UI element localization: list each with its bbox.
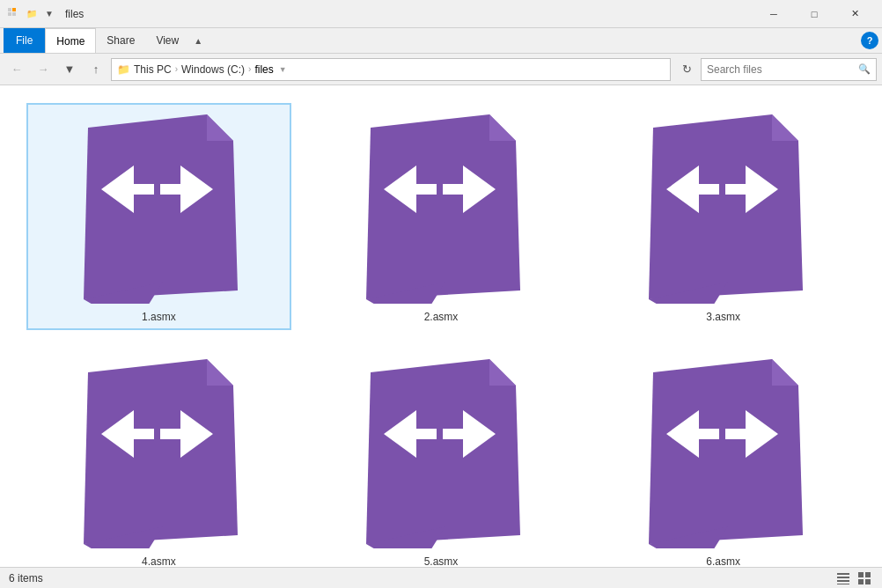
window-title: files — [65, 8, 84, 20]
system-icon — [7, 7, 21, 21]
svg-rect-35 — [837, 577, 849, 578]
minimize-button[interactable]: ─ — [753, 0, 794, 28]
content-area: 1.asmx2.asmx3.asmx4.asmx5.asmx6.asmx — [0, 85, 882, 567]
file-icon — [344, 355, 538, 548]
svg-marker-20 — [207, 359, 233, 386]
file-item[interactable]: 2.asmx — [309, 103, 574, 330]
status-bar: 6 items — [0, 567, 882, 588]
file-icon — [344, 110, 538, 304]
svg-marker-29 — [649, 359, 803, 544]
tab-share[interactable]: Share — [96, 28, 145, 53]
nav-bar: ← → ▼ ↑ 📁 This PC › Windows (C:) › files… — [0, 54, 882, 85]
svg-rect-34 — [837, 573, 849, 575]
svg-marker-10 — [489, 114, 516, 141]
breadcrumb-files: files — [254, 63, 273, 76]
file-label: 4.asmx — [142, 555, 176, 567]
file-icon — [62, 355, 255, 548]
breadcrumb-arrow-1: › — [175, 64, 178, 74]
title-bar: 📁 ▼ files ─ □ ✕ — [0, 0, 882, 28]
window-controls: ─ □ ✕ — [753, 0, 875, 28]
svg-marker-9 — [366, 114, 520, 299]
tab-view[interactable]: View — [145, 28, 189, 53]
maximize-button[interactable]: □ — [794, 0, 834, 28]
svg-marker-4 — [84, 114, 238, 299]
search-input[interactable] — [707, 63, 855, 76]
forward-button[interactable]: → — [32, 58, 55, 81]
svg-marker-19 — [84, 359, 238, 544]
svg-marker-24 — [366, 359, 520, 544]
refresh-button[interactable]: ↻ — [676, 59, 697, 80]
svg-marker-25 — [489, 359, 516, 386]
file-label: 5.asmx — [424, 555, 459, 567]
svg-rect-41 — [865, 579, 871, 584]
file-label: 6.asmx — [706, 555, 740, 567]
breadcrumb-folder-icon: 📁 — [117, 63, 130, 76]
arrow-down-icon[interactable]: ▼ — [42, 7, 56, 21]
file-grid: 1.asmx2.asmx3.asmx4.asmx5.asmx6.asmx — [0, 85, 882, 567]
svg-rect-1 — [12, 8, 16, 11]
svg-rect-37 — [837, 584, 849, 584]
search-icon: 🔍 — [858, 63, 871, 75]
help-button[interactable]: ? — [861, 32, 878, 49]
svg-rect-36 — [837, 580, 849, 582]
title-bar-icons: 📁 ▼ — [7, 7, 56, 21]
svg-rect-2 — [8, 12, 11, 16]
svg-rect-40 — [858, 579, 864, 584]
recent-locations-button[interactable]: ▼ — [58, 58, 81, 81]
address-dropdown-icon[interactable]: ▼ — [279, 65, 287, 74]
view-controls — [834, 570, 873, 587]
svg-marker-14 — [649, 114, 803, 299]
file-item[interactable]: 3.asmx — [591, 103, 856, 330]
breadcrumb-this-pc: This PC — [134, 63, 172, 76]
file-label: 3.asmx — [706, 311, 740, 323]
ribbon-collapse-icon[interactable]: ▲ — [189, 32, 207, 49]
svg-marker-30 — [772, 359, 798, 386]
search-box[interactable]: 🔍 — [701, 58, 877, 81]
file-item[interactable]: 4.asmx — [26, 348, 291, 567]
breadcrumb-arrow-2: › — [248, 64, 251, 74]
breadcrumb-windows-c: Windows (C:) — [181, 63, 245, 76]
ribbon: File Home Share View ▲ ? — [0, 28, 882, 54]
quick-access-icon: 📁 — [25, 7, 39, 21]
file-icon — [627, 110, 820, 304]
tab-home[interactable]: Home — [45, 28, 96, 53]
item-count: 6 items — [9, 572, 43, 584]
up-button[interactable]: ↑ — [85, 58, 107, 81]
file-item[interactable]: 5.asmx — [309, 348, 574, 567]
file-icon — [627, 355, 820, 548]
svg-marker-15 — [772, 114, 798, 141]
large-icons-view-button[interactable] — [856, 570, 873, 587]
file-icon — [62, 110, 255, 304]
ribbon-tabs: File Home Share View ▲ ? — [0, 28, 882, 53]
file-item[interactable]: 1.asmx — [26, 103, 291, 330]
svg-rect-39 — [865, 572, 871, 577]
svg-rect-38 — [858, 572, 864, 577]
svg-rect-0 — [8, 8, 11, 11]
address-bar[interactable]: 📁 This PC › Windows (C:) › files ▼ — [111, 58, 671, 81]
back-button[interactable]: ← — [5, 58, 28, 81]
file-label: 2.asmx — [424, 311, 459, 323]
details-view-button[interactable] — [834, 570, 852, 587]
file-item[interactable]: 6.asmx — [591, 348, 856, 567]
close-button[interactable]: ✕ — [834, 0, 875, 28]
svg-rect-3 — [12, 12, 16, 16]
tab-file[interactable]: File — [4, 28, 45, 53]
svg-marker-5 — [207, 114, 233, 141]
file-label: 1.asmx — [142, 311, 176, 323]
